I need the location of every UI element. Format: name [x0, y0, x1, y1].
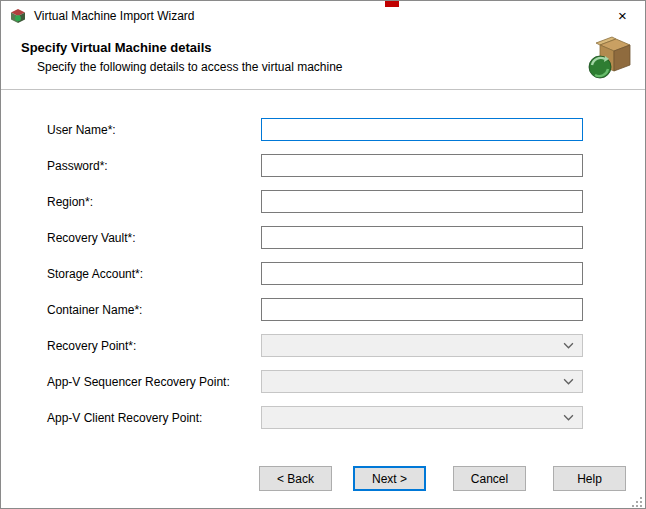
form-row: Storage Account*: [47, 262, 645, 285]
recovery-point-label: Recovery Point*: [47, 339, 261, 353]
resize-grip-icon[interactable] [631, 494, 643, 506]
app-icon [10, 8, 26, 24]
chevron-down-icon [563, 378, 574, 385]
region-field[interactable] [261, 190, 583, 213]
username-field[interactable] [261, 118, 583, 141]
appv-client-recovery-point-label: App-V Client Recovery Point: [47, 411, 261, 425]
title-bar: Virtual Machine Import Wizard × [1, 1, 645, 31]
chevron-down-icon [563, 414, 574, 421]
recovery-vault-label: Recovery Vault*: [47, 231, 261, 245]
form-row: Region*: [47, 190, 645, 213]
next-button[interactable]: Next > [353, 466, 426, 491]
red-marker [385, 1, 399, 7]
form-row: Container Name*: [47, 298, 645, 321]
form-row: User Name*: [47, 118, 645, 141]
form-row: Recovery Vault*: [47, 226, 645, 249]
page-subtitle: Specify the following details to access … [37, 60, 645, 74]
container-name-field[interactable] [261, 298, 583, 321]
appv-sequencer-recovery-point-label: App-V Sequencer Recovery Point: [47, 375, 261, 389]
chevron-down-icon [563, 342, 574, 349]
button-row: < Back Next > Cancel Help [1, 466, 645, 491]
region-label: Region*: [47, 195, 261, 209]
details-form: User Name*: Password*: Region*: Recovery… [1, 90, 645, 429]
recovery-point-dropdown[interactable] [261, 334, 583, 357]
help-button[interactable]: Help [553, 466, 626, 491]
form-row: App-V Client Recovery Point: [47, 406, 645, 429]
wizard-header: Specify Virtual Machine details Specify … [1, 31, 645, 90]
storage-account-label: Storage Account*: [47, 267, 261, 281]
back-button[interactable]: < Back [259, 466, 332, 491]
form-row: Password*: [47, 154, 645, 177]
appv-client-recovery-point-dropdown[interactable] [261, 406, 583, 429]
password-field[interactable] [261, 154, 583, 177]
container-name-label: Container Name*: [47, 303, 261, 317]
window-title: Virtual Machine Import Wizard [34, 9, 195, 23]
recovery-vault-field[interactable] [261, 226, 583, 249]
form-row: App-V Sequencer Recovery Point: [47, 370, 645, 393]
form-row: Recovery Point*: [47, 334, 645, 357]
username-label: User Name*: [47, 123, 261, 137]
wizard-window: Virtual Machine Import Wizard × Specify … [0, 0, 646, 509]
appv-sequencer-recovery-point-dropdown[interactable] [261, 370, 583, 393]
password-label: Password*: [47, 159, 261, 173]
close-button[interactable]: × [600, 1, 645, 31]
page-title: Specify Virtual Machine details [21, 40, 645, 55]
storage-account-field[interactable] [261, 262, 583, 285]
cancel-button[interactable]: Cancel [453, 466, 526, 491]
import-box-icon [586, 35, 632, 81]
